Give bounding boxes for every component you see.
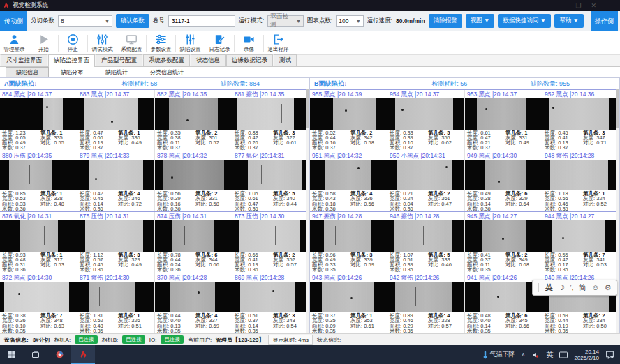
run-mode-select[interactable]: 双面检测 ▼ <box>267 15 304 27</box>
help-menu-button[interactable]: 帮助 ▼ <box>554 14 584 28</box>
defect-cell-945[interactable]: 945 黑点 |20:14:27长度: 0.41宽度: 0.37面积: 0.11… <box>465 212 542 273</box>
defect-cell-880[interactable]: 880 压伤 |20:14:35长度: 0.85宽度: 0.53面积: 0.33… <box>0 151 78 212</box>
action-exit-program[interactable]: 退出程序 <box>264 33 293 53</box>
defect-cell-878[interactable]: 878 黑点 |20:14:32长度: 0.56宽度: 0.39面积: 0.16… <box>155 151 232 212</box>
defect-cell-946[interactable]: 946 擦伤 |20:14:28长度: 1.07宽度: 0.51面积: 0.39… <box>388 212 465 273</box>
detect-elapsed-a: 检测耗时: 58 <box>121 79 221 89</box>
action-parameter-settings[interactable]: 参数设置 <box>147 33 175 53</box>
subtab-defect-distribution[interactable]: 缺陷分布 <box>50 67 94 77</box>
panel-scrollbar-a[interactable] <box>306 89 309 333</box>
drive-side-button[interactable]: 传动侧 <box>0 11 27 31</box>
taskbar-app-browser[interactable] <box>47 345 71 364</box>
action-log-record[interactable]: 日志记录 <box>205 33 234 53</box>
defect-cell-942[interactable]: 942 擦伤 |20:14:26长度: 0.89宽度: 0.46面积: 0.29… <box>388 273 465 334</box>
defect-cell-950[interactable]: 950 小黑点 |20:14:31长度: 0.21宽度: 0.24面积: 0.0… <box>388 151 465 212</box>
defect-cell-884[interactable]: 884 黑点 |20:14:37长度: 1.23宽度: 0.65面积: 0.49… <box>0 90 78 151</box>
defect-cell-881[interactable]: 881 擦伤 |20:14:35长度: 0.88宽度: 0.42面积: 0.26… <box>232 90 309 151</box>
notification-center-icon[interactable] <box>605 351 614 359</box>
action-stop[interactable]: 停止 <box>59 33 87 53</box>
defect-cell-947[interactable]: 947 擦伤 |20:14:28长度: 0.96宽度: 0.49面积: 0.33… <box>310 212 388 273</box>
defect-cell-877[interactable]: 877 氧化 |20:14:31长度: 1.05宽度: 0.61面积: 0.47… <box>232 151 309 212</box>
ime-moon-icon[interactable]: ☽ <box>558 284 565 291</box>
ime-language-indicator[interactable]: 英 <box>546 350 553 360</box>
tab-size-monitor[interactable]: 尺寸监控界面 <box>1 54 47 66</box>
tab-status-info[interactable]: 状态信息 <box>191 54 226 66</box>
taskbar-app-inspection-system[interactable] <box>71 345 95 364</box>
volume-muted-icon[interactable] <box>531 351 540 359</box>
defect-cell-941[interactable]: 941 黑点 |20:14:26长度: 0.48宽度: 0.40面积: 0.14… <box>465 273 542 334</box>
ime-simplified-mode[interactable]: 简 <box>579 284 586 291</box>
defect-cell-879[interactable]: 879 黑点 |20:14:33长度: 0.42宽度: 0.45面积: 0.14… <box>78 151 155 212</box>
metadata-line: 米数: 0.35 <box>545 328 583 333</box>
touch-keyboard-icon[interactable] <box>559 351 568 358</box>
action-debug-mode[interactable]: 调试模式 <box>88 33 117 53</box>
ime-english-mode[interactable]: 英 <box>545 284 553 291</box>
minimize-button[interactable]: — <box>559 1 566 10</box>
defect-cell-953[interactable]: 953 黑点 |20:14:37长度: 0.61宽度: 0.47面积: 0.21… <box>465 90 542 151</box>
defect-cell-872[interactable]: 872 黑点 |20:14:30长度: 0.38宽度: 0.36面积: 0.10… <box>0 273 78 334</box>
defect-cell-954[interactable]: 954 黑点 |20:14:37长度: 0.33宽度: 0.39面积: 0.10… <box>388 90 465 151</box>
defect-cell-875[interactable]: 875 压伤 |20:14:31长度: 1.12宽度: 0.57面积: 0.45… <box>78 212 155 273</box>
subtab-defect-statistics[interactable]: 缺陷统计 <box>95 67 138 77</box>
tab-product-model-config[interactable]: 产品型号配置 <box>96 54 142 66</box>
metadata-line: 对比: 0.52 <box>195 140 230 145</box>
strip-count-select[interactable]: 8 ▼ <box>58 15 112 27</box>
action-system-config[interactable]: 系统配置 <box>117 33 146 53</box>
panel-scrollbar-b[interactable] <box>616 89 619 333</box>
defect-cell-943[interactable]: 943 黑点 |20:14:26长度: 0.37宽度: 0.35面积: 0.09… <box>310 273 388 334</box>
defect-panel-a: A面缺陷拍↓检测耗时: 58缺陷数量: 884884 黑点 |20:14:37长… <box>0 77 310 333</box>
tab-edge-data-record[interactable]: 边缘数据记录 <box>226 54 273 66</box>
defect-image <box>310 98 387 130</box>
defect-cell-874[interactable]: 874 压伤 |20:14:31长度: 0.78宽度: 0.44面积: 0.24… <box>155 212 232 273</box>
metadata-left-column: 长度: 0.58宽度: 0.43面积: 0.18米数: 0.36 <box>312 191 350 211</box>
action-manage-login[interactable]: 管理登录 <box>0 33 29 53</box>
start-button[interactable] <box>0 345 24 364</box>
data-shortcut-menu-button[interactable]: 数据快捷访问 ▼ <box>498 14 551 28</box>
tray-expand-chevron[interactable]: ∧ <box>522 351 526 358</box>
strip-region <box>397 160 452 191</box>
ime-drag-handle[interactable] <box>538 283 540 292</box>
defect-cell-870[interactable]: 870 黑点 |20:14:28长度: 0.44宽度: 0.40面积: 0.13… <box>155 273 232 334</box>
clock-widget[interactable]: 20:14 2025/2/10 <box>574 349 599 361</box>
defect-cell-header: 882 黑点 |20:14:35 <box>155 90 232 98</box>
subtab-defect-info[interactable]: 缺陷信息 <box>6 67 49 77</box>
roll-number-input[interactable] <box>168 15 235 27</box>
defect-cell-944[interactable]: 944 黑点 |20:14:27长度: 0.55宽度: 0.42面积: 0.17… <box>542 212 619 273</box>
clear-alarm-button[interactable]: 清除报警 <box>429 14 462 28</box>
ime-emoji-icon[interactable]: ☺ <box>591 284 599 291</box>
defect-cell-948[interactable]: 948 擦伤 |20:14:28长度: 1.18宽度: 0.55面积: 0.46… <box>542 151 619 212</box>
ime-punctuation-icon[interactable]: ’, <box>570 284 574 291</box>
scrollbar-thumb[interactable] <box>306 89 309 128</box>
defect-image <box>232 98 309 130</box>
scrollbar-thumb[interactable] <box>616 89 619 128</box>
defect-cell-949[interactable]: 949 黑点 |20:14:30长度: 0.49宽度: 0.38面积: 0.14… <box>465 151 542 212</box>
device-info-value: 3#分切 <box>33 336 50 344</box>
defect-cell-952[interactable]: 952 黑点 |20:14:36长度: 0.45宽度: 0.41面积: 0.13… <box>542 90 619 151</box>
action-start[interactable]: 开始 <box>29 33 58 53</box>
metadata-line: 对比: 0.53 <box>583 262 617 267</box>
chart-points-select[interactable]: 100 ▼ <box>336 15 363 27</box>
defect-cell-883[interactable]: 883 黑点 |20:14:37长度: 0.47宽度: 0.66面积: 0.19… <box>78 90 155 151</box>
defect-count-b: 缺陷数量: 955 <box>531 79 570 89</box>
defect-cell-873[interactable]: 873 压伤 |20:14:30长度: 0.66宽度: 0.41面积: 0.19… <box>232 212 309 273</box>
tab-system-param-config[interactable]: 系统参数配置 <box>143 54 190 66</box>
action-defect-settings[interactable]: 缺陷设置 <box>176 33 205 53</box>
maximize-button[interactable]: ❐ <box>575 1 581 10</box>
action-record-video[interactable]: 录像 <box>235 33 263 53</box>
defect-cell-869[interactable]: 869 黑点 |20:14:28长度: 0.51宽度: 0.37面积: 0.14… <box>232 273 309 334</box>
subtab-class-info-statistics[interactable]: 分类信息统计 <box>140 67 194 77</box>
defect-cell-882[interactable]: 882 黑点 |20:14:35长度: 0.35宽度: 0.38面积: 0.11… <box>155 90 232 151</box>
operator-side-button[interactable]: 操作侧 <box>591 11 618 31</box>
defect-cell-876[interactable]: 876 氧化 |20:14:31长度: 0.93宽度: 0.48面积: 0.31… <box>0 212 78 273</box>
close-button[interactable]: ✕ <box>591 1 596 10</box>
defect-cell-871[interactable]: 871 擦伤 |20:14:30长度: 1.31宽度: 0.52面积: 0.48… <box>78 273 155 334</box>
confirm-strips-button[interactable]: 确认条数 <box>116 14 149 28</box>
tab-defect-monitor[interactable]: 缺陷监控界面 <box>48 54 95 67</box>
view-menu-button[interactable]: 视图 ▼ <box>466 14 495 28</box>
defect-cell-955[interactable]: 955 黑点 |20:14:39长度: 0.52宽度: 0.44面积: 0.16… <box>310 90 388 151</box>
ime-settings-gear-icon[interactable]: ⚙ <box>605 284 612 291</box>
weather-widget[interactable]: 气温下降 <box>482 350 515 359</box>
tab-test[interactable]: 测试 <box>274 54 297 66</box>
defect-cell-951[interactable]: 951 黑点 |20:14:32长度: 0.58宽度: 0.43面积: 0.18… <box>310 151 388 212</box>
task-view-button[interactable] <box>24 345 47 364</box>
